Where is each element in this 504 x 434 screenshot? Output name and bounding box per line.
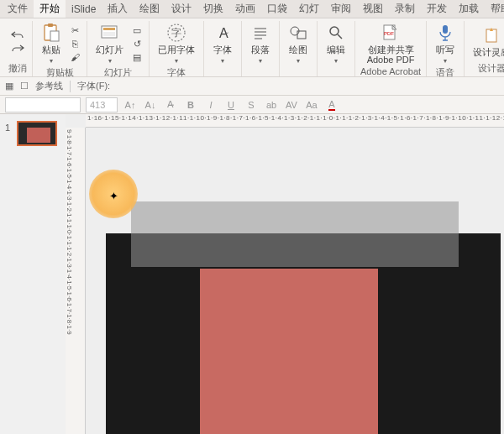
edit-button[interactable]: 编辑 ▾ [323, 21, 349, 66]
tab-insert[interactable]: 插入 [102, 0, 134, 18]
paragraph-button[interactable]: 段落 ▾ [247, 21, 274, 66]
svg-line-17 [338, 34, 342, 39]
increase-font-icon[interactable]: A↑ [123, 97, 138, 112]
group-edit: 编辑 ▾ [318, 21, 355, 76]
clipboard-label: 剪贴板 [46, 66, 74, 79]
chevron-down-icon: ▾ [444, 57, 447, 65]
highlight-spot [89, 170, 138, 218]
tab-help[interactable]: 帮助 [485, 0, 504, 18]
spacing-icon[interactable]: AV [284, 97, 299, 112]
font-a-icon: Aˇ [213, 23, 233, 43]
red-square-shape[interactable] [200, 269, 378, 434]
group-undo: 撤消 [3, 21, 33, 76]
group-adobe: PDF 创建并共享 Adobe PDF Adobe Acrobat [355, 21, 427, 76]
paragraph-icon [250, 23, 270, 43]
chevron-down-icon: ▾ [334, 57, 338, 65]
applied-font-button[interactable]: 字 已用字体 ▾ [155, 21, 198, 66]
draw-button[interactable]: 绘图 ▾ [285, 21, 312, 66]
font-circle-icon: 字 [166, 23, 186, 43]
tab-islide[interactable]: iSlide [66, 2, 102, 17]
format-painter-icon[interactable]: 🖌 [68, 51, 81, 63]
microphone-icon [435, 23, 455, 43]
clear-format-icon[interactable]: A̶ [163, 97, 178, 112]
workspace: 1 1·16·1·15·1·14·1·13·1·12·1·11·1·10·1·9… [0, 114, 504, 434]
group-designer: 设计灵感 设计器 [465, 21, 504, 76]
slide-edit-area: 1·16·1·15·1·14·1·13·1·12·1·11·1·10·1·9·1… [66, 114, 504, 434]
ribbon: 撤消 粘贴 ▾ ✂ ⎘ 🖌 剪贴板 幻灯片 ▾ ▭ ↺ [0, 18, 504, 77]
svg-rect-1 [48, 24, 53, 27]
tab-view[interactable]: 视图 [357, 0, 389, 18]
italic-icon[interactable]: I [203, 97, 218, 112]
tab-transition[interactable]: 切换 [197, 0, 229, 18]
tab-review[interactable]: 审阅 [325, 0, 357, 18]
group-voice: 听写 ▾ 语音 [427, 21, 465, 76]
tab-home[interactable]: 开始 [34, 0, 66, 18]
group-font: Aˇ 字体 ▾ [204, 21, 242, 76]
svg-rect-20 [443, 25, 448, 34]
designer-icon [481, 25, 501, 45]
vertical-ruler[interactable]: 9·1·8·1·7·1·6·1·5·1·4·1·3·1·2·1·1·1·0·1·… [66, 128, 86, 434]
font-toolbar: 413 A↑ A↓ A̶ B I U S ab AV Aa A [0, 96, 504, 114]
undo-icon[interactable] [11, 29, 24, 41]
slides-label: 幻灯片 [104, 66, 132, 79]
group-clipboard: 粘贴 ▾ ✂ ⎘ 🖌 剪贴板 [33, 21, 87, 76]
paste-button[interactable]: 粘贴 ▾ [38, 21, 65, 66]
gray-overlay-shape[interactable] [131, 201, 459, 267]
shapes-icon [288, 23, 308, 43]
tab-draw[interactable]: 绘图 [134, 0, 165, 18]
dictate-button[interactable]: 听写 ▾ [432, 21, 459, 66]
redo-icon[interactable] [11, 43, 24, 55]
font-size-combo[interactable]: 413 [86, 97, 118, 112]
font-name-combo[interactable] [5, 97, 81, 112]
underline-icon[interactable]: U [223, 97, 239, 112]
group-paragraph: 段落 ▾ [242, 21, 280, 76]
new-slide-button[interactable]: 幻灯片 ▾ [92, 21, 127, 66]
font-button[interactable]: Aˇ 字体 ▾ [209, 21, 236, 66]
adobe-pdf-button[interactable]: PDF 创建并共享 Adobe PDF [364, 21, 418, 66]
guides-label: 参考线 [35, 80, 63, 92]
decrease-font-icon[interactable]: A↓ [143, 97, 158, 112]
svg-rect-2 [50, 31, 59, 41]
tab-slideshow[interactable]: 幻灯 [293, 0, 325, 18]
svg-rect-5 [103, 32, 115, 36]
copy-icon[interactable]: ⎘ [68, 38, 81, 50]
tab-developer[interactable]: 开发 [421, 0, 453, 18]
thumbnail-panel: 1 [0, 114, 66, 434]
slide-thumbnail-1[interactable] [17, 121, 57, 146]
clipboard-icon [41, 23, 61, 43]
search-icon [326, 23, 346, 43]
tab-file[interactable]: 文件 [2, 0, 34, 18]
cut-icon[interactable]: ✂ [68, 24, 81, 36]
chevron-down-icon: ▾ [50, 57, 53, 65]
tab-animation[interactable]: 动画 [229, 0, 261, 18]
svg-text:字: 字 [171, 27, 181, 39]
group-applied-font: 字 已用字体 ▾ 字体 [150, 21, 204, 76]
svg-rect-21 [486, 29, 496, 42]
slide-canvas[interactable]: ✦ [86, 128, 504, 434]
svg-point-16 [330, 27, 339, 35]
layout-icon[interactable]: ▭ [130, 24, 144, 36]
bold-icon[interactable]: B [183, 97, 198, 112]
font-field-label: 字体(F): [77, 80, 110, 92]
horizontal-ruler[interactable]: 1·16·1·15·1·14·1·13·1·12·1·11·1·10·1·9·1… [86, 114, 504, 128]
reset-icon[interactable]: ↺ [130, 38, 144, 50]
voice-label: 语音 [436, 66, 454, 79]
tab-record[interactable]: 录制 [389, 0, 421, 18]
slide-number: 1 [5, 123, 10, 133]
chevron-down-icon: ▾ [297, 57, 300, 65]
grid-icon[interactable]: ▦ [5, 81, 13, 92]
designer-button[interactable]: 设计灵感 [470, 24, 504, 59]
highlight-icon[interactable]: Aa [304, 97, 319, 112]
shadow-icon[interactable]: ab [264, 97, 279, 112]
guides-checkbox[interactable]: ☐ [20, 81, 29, 92]
pdf-icon: PDF [381, 23, 401, 43]
tab-pocket[interactable]: 口袋 [261, 0, 293, 18]
font-color-icon[interactable]: A [324, 97, 339, 112]
group-slides: 幻灯片 ▾ ▭ ↺ ▤ 幻灯片 [87, 21, 150, 76]
tab-design[interactable]: 设计 [165, 0, 197, 18]
tab-addins[interactable]: 加载 [453, 0, 485, 18]
strike-icon[interactable]: S [244, 97, 259, 112]
group-draw: 绘图 ▾ [280, 21, 318, 76]
menu-bar: 文件 开始 iSlide 插入 绘图 设计 切换 动画 口袋 幻灯 审阅 视图 … [0, 0, 504, 18]
section-icon[interactable]: ▤ [130, 51, 144, 63]
